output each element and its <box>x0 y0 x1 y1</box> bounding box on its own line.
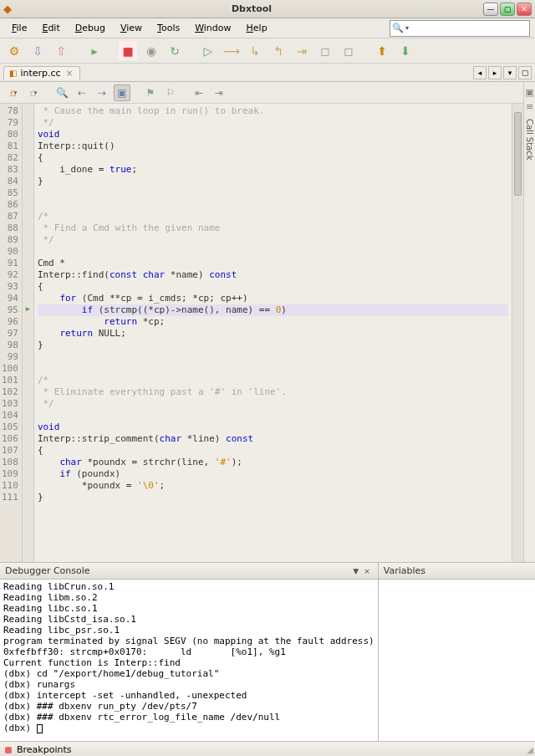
ed-nav-fwd-button[interactable]: ⎌▾ <box>25 84 42 101</box>
shift-right-button[interactable]: ⇥ <box>211 84 227 101</box>
minimize-button[interactable]: — <box>483 3 498 16</box>
run-button[interactable]: ▸ <box>85 42 104 60</box>
window-title: Dbxtool <box>20 3 483 14</box>
continue-button[interactable]: ▷ <box>199 42 217 60</box>
file-tab-row: ◧ interp.cc × ◂ ▸ ▾ ▢ <box>0 64 535 82</box>
breakpoint-icon <box>5 747 12 753</box>
bookmark-next-button[interactable]: ⚐ <box>162 84 179 101</box>
stack-icon: ≡ <box>526 101 533 112</box>
maximize-button[interactable]: ▢ <box>500 3 515 16</box>
titlebar: ◆ Dbxtool — ▢ ✕ <box>0 0 535 18</box>
variables-body[interactable] <box>379 580 535 741</box>
find-next-button[interactable]: ⇢ <box>94 84 110 101</box>
file-tab-label: interp.cc <box>20 68 60 79</box>
glyph-margin[interactable]: ▶ <box>23 104 34 562</box>
stop-button[interactable]: ■ <box>119 42 137 60</box>
pause-button[interactable]: ◉ <box>142 42 160 60</box>
run-to-cursor-button[interactable]: ⇥ <box>293 42 311 60</box>
bookmark-button[interactable]: ⚑ <box>142 84 159 101</box>
side-panel-collapsed[interactable]: ▣ ≡ Call Stack <box>523 82 535 562</box>
shift-left-button[interactable]: ⇤ <box>191 84 207 101</box>
breakpoints-bar[interactable]: Breakpoints <box>0 741 535 756</box>
panel-close-button[interactable]: × <box>361 567 373 575</box>
menu-help[interactable]: Help <box>240 21 274 35</box>
close-button[interactable]: ✕ <box>517 3 532 16</box>
tab-maximize-button[interactable]: ▢ <box>518 66 532 79</box>
search-icon: 🔍 <box>392 23 404 33</box>
search-box[interactable]: 🔍▾ <box>390 20 530 37</box>
step-over-button[interactable]: ⟶ <box>222 42 241 60</box>
tb-button-2[interactable]: ◻ <box>339 42 358 60</box>
menu-view[interactable]: View <box>114 21 149 35</box>
attach-button[interactable]: ⇩ <box>28 42 47 60</box>
editor-toolbar: ⎌▾ ⎌▾ 🔍 ⇠ ⇢ ▣ ⚑ ⚐ ⇤ ⇥ <box>0 82 523 104</box>
make-down-button[interactable]: ⬇ <box>396 42 415 60</box>
code-editor[interactable]: 7879808182838485868788899091929394959697… <box>0 104 523 562</box>
debugger-console-title: Debugger Console <box>5 565 90 576</box>
menu-debug[interactable]: Debug <box>69 21 112 35</box>
debug-project-button[interactable]: ⚙ <box>5 42 23 60</box>
find-button[interactable]: 🔍 <box>54 84 70 101</box>
search-input[interactable] <box>410 22 527 35</box>
make-up-button[interactable]: ⬆ <box>373 42 391 60</box>
debugger-console-panel: Debugger Console ▼ × Reading libCrun.so.… <box>0 563 379 741</box>
close-tab-icon[interactable]: × <box>64 69 74 78</box>
line-number-gutter: 7879808182838485868788899091929394959697… <box>0 104 23 562</box>
tb-button-1[interactable]: ◻ <box>316 42 334 60</box>
find-prev-button[interactable]: ⇠ <box>74 84 90 101</box>
code-body[interactable]: * Cause the main loop in run() to break.… <box>34 104 512 562</box>
variables-title: Variables <box>384 565 425 576</box>
file-tab-interp[interactable]: ◧ interp.cc × <box>3 66 80 79</box>
variables-panel: Variables <box>379 563 535 741</box>
resize-grip[interactable]: ◢ <box>527 745 533 754</box>
call-stack-label: Call Stack <box>525 119 534 161</box>
step-into-button[interactable]: ↳ <box>246 42 264 60</box>
menu-edit[interactable]: Edit <box>35 21 66 35</box>
detach-button[interactable]: ⇧ <box>52 42 70 60</box>
tab-prev-button[interactable]: ◂ <box>473 66 487 79</box>
ed-nav-back-button[interactable]: ⎌▾ <box>5 84 22 101</box>
menubar: File Edit Debug View Tools Window Help 🔍… <box>0 18 535 38</box>
breakpoints-label: Breakpoints <box>17 744 72 755</box>
highlight-button[interactable]: ▣ <box>114 84 130 101</box>
tab-next-button[interactable]: ▸ <box>488 66 502 79</box>
menu-window[interactable]: Window <box>188 21 237 35</box>
tool-window-icon: ▣ <box>525 87 533 98</box>
panel-minimize-button[interactable]: ▼ <box>350 567 361 575</box>
main-toolbar: ⚙ ⇩ ⇧ ▸ ■ ◉ ↻ ▷ ⟶ ↳ ↰ ⇥ ◻ ◻ ⬆ ⬇ <box>0 38 535 64</box>
step-out-button[interactable]: ↰ <box>269 42 288 60</box>
console-output[interactable]: Reading libCrun.so.1Reading libm.so.2Rea… <box>0 580 378 741</box>
file-icon: ◧ <box>9 69 17 78</box>
tab-list-button[interactable]: ▾ <box>503 66 517 79</box>
app-icon: ◆ <box>3 3 17 16</box>
menu-tools[interactable]: Tools <box>150 21 186 35</box>
restart-button[interactable]: ↻ <box>166 42 184 60</box>
editor-scrollbar[interactable] <box>512 104 523 562</box>
menu-file[interactable]: File <box>5 21 33 35</box>
